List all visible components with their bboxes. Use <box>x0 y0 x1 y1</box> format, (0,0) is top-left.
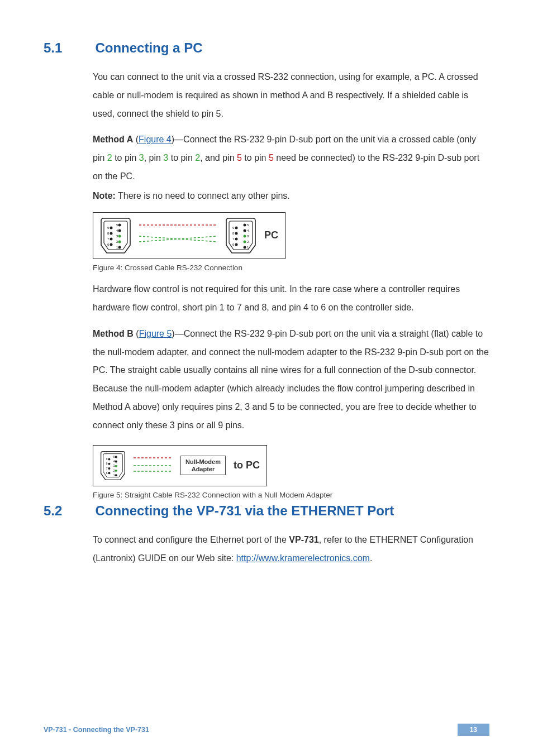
svg-point-45 <box>108 462 110 465</box>
svg-text:1: 1 <box>116 246 118 249</box>
null-modem-adapter-box: Null-Modem Adapter <box>180 456 226 475</box>
figure-4-caption: Figure 4: Crossed Cable RS-232 Connectio… <box>93 263 489 273</box>
paragraph: To connect and configure the Ethernet po… <box>93 531 489 568</box>
svg-text:9: 9 <box>232 226 235 229</box>
svg-text:6: 6 <box>107 243 110 246</box>
svg-text:5: 5 <box>113 456 115 458</box>
pin-5: 5 <box>237 153 242 162</box>
paragraph-method-a: Method A (Figure 4)—Connect the RS-232 9… <box>93 131 489 185</box>
note-label: Note: <box>93 191 116 200</box>
svg-point-47 <box>108 472 110 474</box>
svg-text:8: 8 <box>107 232 110 235</box>
t: to pin <box>112 153 139 162</box>
svg-point-35 <box>235 237 238 240</box>
kramer-website-link[interactable]: http://www.kramerelectronics.com <box>236 553 370 563</box>
svg-text:3: 3 <box>247 235 249 238</box>
svg-text:6: 6 <box>232 243 235 246</box>
svg-text:1: 1 <box>113 473 115 476</box>
svg-point-40 <box>115 460 117 462</box>
svg-point-39 <box>115 456 117 458</box>
pin-5: 5 <box>269 153 274 162</box>
svg-text:3: 3 <box>116 235 118 238</box>
svg-point-10 <box>110 226 113 229</box>
svg-point-37 <box>235 243 238 246</box>
section-header: 5.1 Connecting a PC <box>44 39 489 56</box>
section-title: Connecting the VP-731 via the ETHERNET P… <box>95 503 394 519</box>
svg-text:5: 5 <box>116 223 118 227</box>
figure-5-link[interactable]: Figure 5 <box>139 329 172 338</box>
figure-4-link[interactable]: Figure 4 <box>139 135 172 144</box>
t: , pin <box>144 153 164 162</box>
svg-text:7: 7 <box>232 237 235 241</box>
t: . <box>370 553 372 563</box>
svg-point-44 <box>108 458 110 460</box>
svg-text:2: 2 <box>247 240 249 243</box>
straight-cable-icon <box>134 450 173 481</box>
pin-3: 3 <box>139 153 144 162</box>
svg-point-33 <box>235 232 238 235</box>
svg-text:8: 8 <box>106 462 108 465</box>
svg-text:4: 4 <box>247 229 249 232</box>
svg-point-6 <box>118 240 121 243</box>
figure-5-caption: Figure 5: Straight Cable RS-232 Connecti… <box>93 490 489 500</box>
svg-point-41 <box>115 465 117 467</box>
section-title: Connecting a PC <box>95 40 202 56</box>
nm-line2: Adapter <box>185 466 221 472</box>
svg-point-2 <box>118 229 121 232</box>
figure-4: 5 4 3 2 1 9 8 7 6 5 <box>93 212 285 259</box>
svg-point-0 <box>118 223 121 226</box>
nm-line1: Null-Modem <box>185 458 221 465</box>
svg-text:5: 5 <box>247 223 249 227</box>
crossed-cable-icon <box>139 217 217 254</box>
method-a-label: Method A <box>93 135 133 144</box>
svg-point-46 <box>108 467 110 469</box>
t: to pin <box>242 153 269 162</box>
svg-point-8 <box>118 246 121 248</box>
db9-connector-icon: 54321 9876 <box>100 450 126 481</box>
svg-text:6: 6 <box>106 471 108 474</box>
svg-text:9: 9 <box>106 458 108 461</box>
section-number: 5.2 <box>44 503 93 519</box>
t: ( <box>134 329 139 338</box>
pin-2: 2 <box>107 153 112 162</box>
pin-2: 2 <box>195 153 200 162</box>
svg-point-23 <box>244 229 246 232</box>
svg-point-14 <box>110 237 113 240</box>
paragraph: Hardware flow control is not required fo… <box>93 280 489 317</box>
svg-point-42 <box>115 469 117 471</box>
db9-connector-right-icon: 5 4 3 2 1 9 8 7 6 <box>225 217 256 254</box>
svg-point-29 <box>244 246 246 248</box>
to-pc-label: to PC <box>234 460 260 471</box>
figure-5: 54321 9876 Null-Modem Adapter to PC <box>93 445 267 486</box>
paragraph: You can connect to the unit via a crosse… <box>93 68 489 123</box>
pc-label: PC <box>264 229 278 241</box>
svg-point-12 <box>110 232 113 235</box>
note-line: Note: There is no need to connect any ot… <box>93 187 489 205</box>
pin-3: 3 <box>163 153 168 162</box>
paragraph-method-b: Method B (Figure 5)—Connect the RS-232 9… <box>93 325 489 435</box>
t: to pin <box>168 153 195 162</box>
svg-text:4: 4 <box>116 229 118 232</box>
svg-point-43 <box>115 474 117 476</box>
svg-point-31 <box>235 226 238 229</box>
svg-point-21 <box>244 223 246 226</box>
note-text: There is no need to connect any other pi… <box>116 191 290 200</box>
svg-text:2: 2 <box>116 240 118 243</box>
svg-point-4 <box>118 235 121 237</box>
svg-text:9: 9 <box>107 226 110 229</box>
method-b-label: Method B <box>93 329 134 338</box>
svg-text:4: 4 <box>113 460 115 463</box>
footer-breadcrumb: VP-731 - Connecting the VP-731 <box>44 726 149 734</box>
product-name: VP-731 <box>289 535 318 544</box>
t: )—Connect the RS-232 9-pin D-sub port on… <box>93 329 489 430</box>
t: ( <box>133 135 139 144</box>
svg-text:8: 8 <box>232 232 235 235</box>
page-footer: VP-731 - Connecting the VP-731 13 <box>44 724 489 736</box>
svg-point-25 <box>244 235 246 237</box>
svg-text:2: 2 <box>113 469 115 472</box>
t: , and pin <box>200 153 237 162</box>
svg-text:7: 7 <box>107 237 110 241</box>
section-number: 5.1 <box>44 40 93 56</box>
svg-point-16 <box>110 243 113 246</box>
svg-text:7: 7 <box>106 467 108 470</box>
